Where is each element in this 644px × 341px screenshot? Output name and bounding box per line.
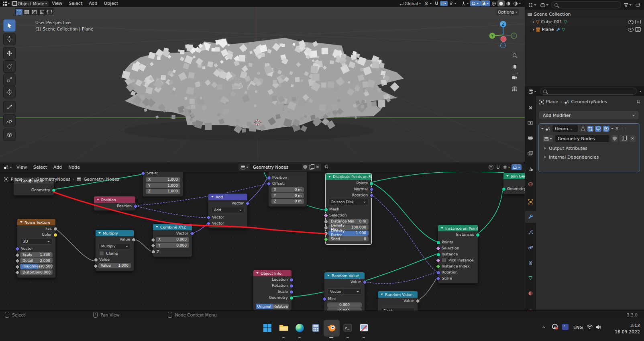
xray-toggle-dropdown[interactable] [480,0,490,6]
node-join-geometry[interactable]: Join Geom Geometry [503,172,525,194]
node-position[interactable]: Position Position [94,196,136,211]
editmode-display-toggle[interactable] [587,126,593,132]
gizmo-x-axis[interactable] [501,36,506,42]
outliner-row-scene-collection[interactable]: Scene Collection [525,10,644,18]
socket-color-output[interactable] [53,233,57,237]
menu-view[interactable]: View [49,0,65,7]
fake-user-toggle[interactable] [611,135,618,142]
shading-rendered-button[interactable] [512,0,522,6]
socket-mesh-input[interactable] [324,208,328,212]
node-transform-fragment[interactable]: Scale: X1.000 Y1.000 Z1.000 [143,172,183,197]
properties-options-chevron[interactable] [639,91,642,92]
outliner-filter-dropdown[interactable] [623,2,633,8]
socket-geometry-output[interactable] [52,188,56,192]
modifier-extras-chevron[interactable] [611,128,613,129]
taskbar-terminal-button[interactable]: >_ [342,323,353,333]
geometry-node-editor[interactable]: View Select Add Node Geometry Nodes × [0,162,525,310]
select-mode-intersect[interactable] [46,8,53,15]
go-to-parent-tree-button[interactable] [487,164,495,170]
outliner-row-cube[interactable]: ▽ Cube.001 ▽ [525,18,644,26]
snap-target-dropdown[interactable]: |·| [440,1,448,6]
tab-material[interactable] [525,287,536,299]
taskbar-edge-button[interactable] [294,323,305,333]
new-collection-button[interactable] [634,2,642,8]
socket-z-input[interactable] [151,250,155,254]
socket-points-output[interactable] [369,182,373,186]
modifier-name-field[interactable]: Geom... [552,125,579,132]
vector-math-operation-dropdown[interactable]: Add [211,207,245,213]
tool-cursor[interactable] [3,33,16,45]
tab-scene[interactable] [525,163,536,175]
viewport-3d[interactable]: Object Mode View Select Add Object Globa… [0,0,525,162]
duplicate-tree-button[interactable] [308,164,314,170]
socket-rotation-output[interactable] [289,284,293,288]
select-mode-invert[interactable] [38,8,46,15]
show-gizmo-dropdown[interactable] [460,0,470,6]
node-distribute-points-on-faces[interactable]: Distribute Points on Faces Points Normal… [325,173,372,245]
node-group-type-button[interactable] [543,135,553,142]
remove-modifier-button[interactable]: × [615,127,619,131]
tab-render[interactable] [525,117,536,129]
navigation-gizmo[interactable]: Z Y [488,18,520,49]
properties-editor-type-button[interactable] [527,88,538,94]
unlink-datablock-button[interactable]: × [630,135,636,142]
field-density-factor[interactable]: Density Factor1.000 [328,231,369,236]
volume-icon[interactable] [595,325,601,331]
node-math-multiply[interactable]: Multiply Value Multiply Clamp Value Valu… [95,229,134,271]
field-offset-y[interactable]: Y0 m [271,193,304,198]
node-group-name-field[interactable]: Geometry Nodes [555,135,610,143]
math-operation-dropdown[interactable]: Multiply [98,243,131,249]
pivot-point-dropdown[interactable] [423,0,433,6]
geometry-nodes-modifier-panel[interactable]: Geom... × ⋮⋮ Geometry Nodes × Output Att [538,123,640,172]
unlink-tree-button[interactable]: × [314,164,320,170]
taskbar-paint-button[interactable] [359,323,369,333]
tool-move[interactable] [3,47,16,59]
menu-add[interactable]: Add [50,164,65,171]
pan-hand-button[interactable] [510,62,519,71]
field-offset-z[interactable]: Z0 m [271,199,304,204]
properties-search-input[interactable] [540,88,637,95]
node-random-value-vector[interactable]: Random Value Value Vector Min: 0.000 0.0… [324,272,365,310]
field-combine-y[interactable]: Y0.000 [156,243,189,248]
distribute-method-dropdown[interactable]: Poisson Disk [328,199,369,205]
breadcrumb-object[interactable]: Plane [546,99,558,104]
fake-user-toggle[interactable] [302,164,308,170]
gizmo-y-neg-axis[interactable] [511,33,517,39]
field-min-x[interactable]: 0.000 [327,302,362,308]
node-canvas[interactable]: Group Input Geometry Scale: X1.000 Y1.00… [0,172,525,310]
tray-app-icon[interactable] [552,323,558,331]
socket-scale-output[interactable] [289,290,293,294]
sidebar-collapse-handle[interactable]: ‹ [516,71,518,76]
node-object-info[interactable]: Object Info Location Rotation Scale Geom… [253,270,292,310]
tray-quote-app-icon[interactable]: “ [562,324,569,331]
gizmo-z-neg-axis[interactable] [501,43,506,48]
outliner-row-plane[interactable]: ▽ Plane ▽ [525,26,644,33]
hide-viewport-icon[interactable] [628,28,634,32]
field-min-y[interactable]: 0.000 [327,308,362,310]
duplicate-datablock-button[interactable] [620,135,628,142]
tab-physics[interactable] [525,241,536,253]
tab-object[interactable] [525,196,536,208]
outliner-search-input[interactable] [551,1,621,8]
field-scale-z[interactable]: Z1.000 [146,189,180,194]
tool-select-box[interactable] [3,19,16,32]
transform-orientation-dropdown[interactable]: Global [398,0,423,6]
expand-arrow-icon[interactable] [533,21,534,23]
snap-grid-dropdown[interactable] [501,164,512,170]
menu-select[interactable]: Select [65,0,86,7]
taskbar-blender-button[interactable] [326,323,337,333]
menu-node[interactable]: Node [65,164,83,171]
options-dropdown[interactable]: Options [497,9,519,15]
hide-viewport-icon[interactable] [628,20,634,24]
tray-language[interactable]: ENG [573,325,583,330]
node-set-position-fragment[interactable]: Position Offset: X0 m Y0 m Z0 m [268,172,307,207]
socket-geometry-input[interactable] [502,187,506,191]
field-noise-scale[interactable]: Scale1.330 [20,252,53,257]
disable-render-icon[interactable] [635,20,641,24]
tab-world[interactable] [525,178,536,190]
menu-select[interactable]: Select [30,164,50,171]
tab-output[interactable] [525,132,536,144]
node-vector-math-add[interactable]: Add Vector Add Vector Vector [208,193,248,229]
socket-distance-min-input[interactable] [324,220,328,224]
on-cage-toggle[interactable] [580,126,586,132]
